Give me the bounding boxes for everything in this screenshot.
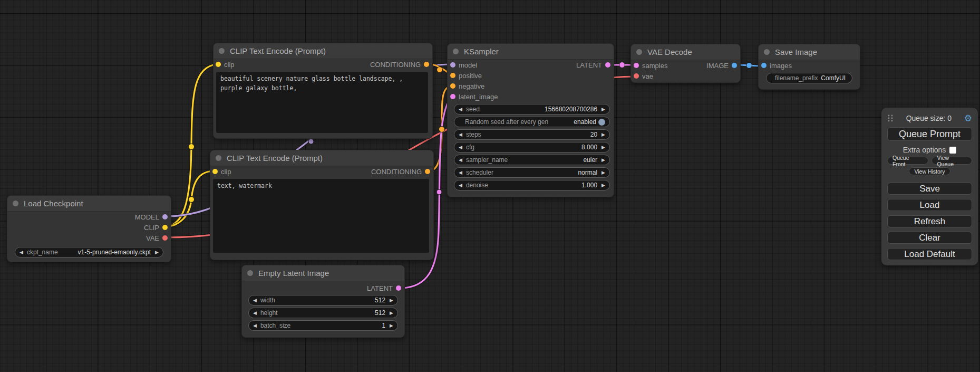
clip-input-slot[interactable] — [216, 62, 221, 67]
node-header[interactable]: Load Checkpoint — [7, 196, 171, 212]
load-button[interactable]: Load — [887, 199, 972, 211]
node-header[interactable]: CLIP Text Encode (Prompt) — [210, 150, 433, 166]
view-history-button[interactable]: View History — [909, 167, 950, 175]
node-header[interactable]: Save Image — [759, 44, 860, 60]
drag-handle-icon[interactable] — [887, 114, 894, 122]
decrement-arrow-icon[interactable]: ◀ — [253, 311, 257, 316]
decrement-arrow-icon[interactable]: ◀ — [459, 145, 462, 150]
node-clip-text-encode-positive[interactable]: CLIP Text Encode (Prompt) clip CONDITION… — [213, 43, 433, 139]
sampler-name-widget[interactable]: ◀ sampler_name euler ▶ — [454, 155, 610, 165]
prompt-text-input[interactable]: text, watermark — [213, 179, 429, 253]
collapse-dot-icon[interactable] — [219, 48, 225, 54]
denoise-widget[interactable]: ◀ denoise 1.000 ▶ — [454, 180, 610, 190]
node-header[interactable]: VAE Decode — [631, 44, 740, 60]
collapse-dot-icon[interactable] — [13, 201, 18, 206]
extra-options-label: Extra options — [903, 146, 946, 154]
width-widget[interactable]: ◀ width 512 ▶ — [248, 295, 398, 306]
seed-widget[interactable]: ◀ seed 156680208700286 ▶ — [454, 104, 610, 115]
save-button[interactable]: Save — [887, 183, 972, 195]
collapse-dot-icon[interactable] — [216, 155, 221, 161]
collapse-dot-icon[interactable] — [247, 270, 253, 276]
collapse-dot-icon[interactable] — [453, 49, 459, 54]
increment-arrow-icon[interactable]: ▶ — [390, 298, 393, 303]
scheduler-widget[interactable]: ◀ scheduler normal ▶ — [454, 167, 610, 178]
node-empty-latent-image[interactable]: Empty Latent Image LATENT ◀ width 512 ▶ … — [241, 265, 405, 338]
load-default-button[interactable]: Load Default — [887, 248, 972, 260]
decrement-arrow-icon[interactable]: ◀ — [459, 132, 462, 137]
vae-output-slot[interactable] — [162, 235, 168, 241]
decrement-arrow-icon[interactable]: ◀ — [459, 107, 462, 112]
collapse-dot-icon[interactable] — [636, 49, 642, 55]
view-queue-button[interactable]: View Queue — [932, 157, 972, 165]
widget-label: scheduler — [466, 169, 493, 176]
collapse-dot-icon[interactable] — [764, 49, 770, 55]
node-header[interactable]: Empty Latent Image — [242, 265, 404, 281]
latent-image-input-slot[interactable] — [450, 94, 455, 99]
queue-front-button[interactable]: Queue Front — [887, 157, 928, 165]
link-dot — [189, 144, 195, 150]
output-label: CONDITIONING — [370, 61, 421, 69]
node-title: Load Checkpoint — [24, 199, 83, 208]
increment-arrow-icon[interactable]: ▶ — [601, 158, 605, 163]
slot-row-negative: negative — [448, 81, 614, 91]
positive-input-slot[interactable] — [450, 73, 455, 78]
vae-input-slot[interactable] — [634, 73, 639, 79]
output-label: IMAGE — [706, 62, 729, 70]
increment-arrow-icon[interactable]: ▶ — [601, 170, 605, 175]
widget-value: 20 — [590, 131, 597, 138]
model-output-slot[interactable] — [162, 214, 168, 220]
samples-input-slot[interactable] — [634, 63, 639, 68]
widget-label: seed — [466, 106, 480, 113]
images-input-slot[interactable] — [761, 63, 766, 68]
node-clip-text-encode-negative[interactable]: CLIP Text Encode (Prompt) clip CONDITION… — [210, 150, 434, 260]
random-seed-toggle[interactable]: Random seed after every gen enabled — [454, 117, 610, 127]
latent-output-slot[interactable] — [396, 285, 401, 291]
cfg-widget[interactable]: ◀ cfg 8.000 ▶ — [454, 142, 610, 152]
clear-button[interactable]: Clear — [887, 232, 972, 244]
decrement-arrow-icon[interactable]: ◀ — [459, 158, 462, 163]
increment-arrow-icon[interactable]: ▶ — [390, 323, 393, 328]
image-output-slot[interactable] — [732, 63, 737, 68]
refresh-button[interactable]: Refresh — [887, 215, 972, 227]
node-header[interactable]: KSampler — [448, 44, 614, 60]
increment-arrow-icon[interactable]: ▶ — [601, 132, 605, 137]
negative-input-slot[interactable] — [450, 83, 455, 89]
clip-output-slot[interactable] — [162, 225, 168, 230]
settings-gear-icon[interactable]: ⚙ — [964, 114, 972, 123]
steps-widget[interactable]: ◀ steps 20 ▶ — [454, 129, 610, 140]
widget-label: sampler_name — [466, 156, 508, 164]
height-widget[interactable]: ◀ height 512 ▶ — [248, 308, 398, 318]
batch-size-widget[interactable]: ◀ batch_size 1 ▶ — [248, 320, 398, 331]
output-label: CLIP — [144, 224, 159, 232]
decrement-arrow-icon[interactable]: ◀ — [20, 250, 23, 255]
node-save-image[interactable]: Save Image images filename_prefix ComfyU… — [758, 44, 860, 90]
queue-prompt-button[interactable]: Queue Prompt — [887, 127, 972, 141]
increment-arrow-icon[interactable]: ▶ — [155, 250, 159, 255]
node-header[interactable]: CLIP Text Encode (Prompt) — [214, 43, 432, 59]
model-input-slot[interactable] — [450, 62, 455, 68]
clip-input-slot[interactable] — [212, 169, 218, 174]
node-ksampler[interactable]: KSampler model LATENT positive negative … — [447, 43, 614, 197]
increment-arrow-icon[interactable]: ▶ — [601, 183, 605, 188]
node-title: CLIP Text Encode (Prompt) — [230, 46, 326, 55]
node-load-checkpoint[interactable]: Load Checkpoint MODEL CLIP VAE ◀ ckpt_na… — [7, 195, 171, 262]
conditioning-output-slot[interactable] — [424, 62, 429, 67]
slot-row-images: images — [759, 60, 860, 71]
widget-value: ComfyUI — [821, 74, 846, 82]
increment-arrow-icon[interactable]: ▶ — [601, 145, 605, 150]
filename-prefix-widget[interactable]: filename_prefix ComfyUI — [766, 73, 852, 83]
extra-options-checkbox[interactable] — [949, 147, 956, 154]
node-vae-decode[interactable]: VAE Decode samples IMAGE vae — [630, 44, 741, 83]
ckpt-name-widget[interactable]: ◀ ckpt_name v1-5-pruned-emaonly.ckpt ▶ — [15, 247, 163, 257]
decrement-arrow-icon[interactable]: ◀ — [253, 323, 257, 328]
increment-arrow-icon[interactable]: ▶ — [390, 311, 393, 316]
input-label: clip — [221, 168, 231, 176]
latent-output-slot[interactable] — [605, 62, 610, 68]
prompt-text-input[interactable]: beautiful scenery nature glass bottle la… — [216, 72, 428, 133]
decrement-arrow-icon[interactable]: ◀ — [253, 298, 257, 303]
toggle-on-icon[interactable] — [598, 119, 605, 126]
decrement-arrow-icon[interactable]: ◀ — [459, 170, 462, 175]
conditioning-output-slot[interactable] — [425, 169, 430, 174]
decrement-arrow-icon[interactable]: ◀ — [459, 183, 462, 188]
increment-arrow-icon[interactable]: ▶ — [601, 107, 605, 112]
